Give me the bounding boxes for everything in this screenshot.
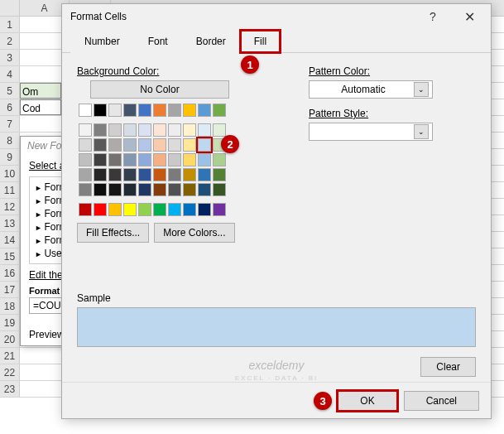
clear-button[interactable]: Clear: [420, 357, 476, 377]
color-swatch[interactable]: [168, 203, 181, 216]
color-swatch[interactable]: [168, 138, 181, 152]
color-swatch[interactable]: [108, 168, 122, 181]
row-header[interactable]: 18: [0, 298, 20, 314]
color-swatch[interactable]: [79, 123, 92, 137]
color-swatch[interactable]: [108, 123, 122, 137]
color-swatch[interactable]: [94, 104, 107, 117]
close-button[interactable]: ✕: [451, 5, 487, 28]
color-swatch[interactable]: [123, 153, 137, 166]
color-swatch[interactable]: [138, 138, 151, 152]
tab-border[interactable]: Border: [182, 30, 240, 53]
color-swatch[interactable]: [153, 203, 166, 216]
row-header[interactable]: 20: [0, 331, 20, 347]
tab-font[interactable]: Font: [134, 30, 182, 53]
row-header[interactable]: 4: [0, 66, 20, 82]
row-header[interactable]: 17: [0, 282, 20, 297]
pattern-color-combo[interactable]: Automatic ⌄: [309, 80, 433, 99]
chevron-down-icon[interactable]: ⌄: [414, 82, 429, 97]
color-swatch[interactable]: [94, 123, 107, 137]
help-button[interactable]: ?: [415, 5, 451, 28]
select-all-corner[interactable]: [0, 0, 20, 16]
color-swatch[interactable]: [168, 183, 181, 196]
color-swatch[interactable]: [168, 168, 181, 181]
color-swatch[interactable]: [108, 153, 122, 166]
color-swatch[interactable]: [138, 153, 151, 166]
more-colors-button[interactable]: More Colors...: [154, 223, 234, 243]
color-swatch[interactable]: [108, 104, 122, 117]
color-swatch[interactable]: [213, 123, 226, 137]
row-header[interactable]: 21: [0, 348, 20, 364]
color-swatch[interactable]: [213, 153, 226, 166]
color-swatch[interactable]: [198, 168, 211, 181]
ok-button[interactable]: OK: [338, 391, 396, 411]
row-header[interactable]: 10: [0, 166, 20, 181]
color-swatch[interactable]: [183, 168, 196, 181]
tab-fill[interactable]: Fill: [240, 30, 281, 53]
cell-b6[interactable]: Cod: [20, 99, 61, 115]
color-swatch[interactable]: [198, 203, 211, 216]
color-swatch[interactable]: [123, 168, 137, 181]
color-swatch[interactable]: [168, 153, 181, 166]
pattern-style-combo[interactable]: ⌄: [309, 123, 433, 141]
color-swatch[interactable]: [213, 203, 226, 216]
row-header[interactable]: 1: [0, 17, 20, 32]
row-header[interactable]: 2: [0, 33, 20, 49]
color-swatch[interactable]: [153, 104, 166, 117]
row-header[interactable]: 9: [0, 149, 20, 165]
fill-effects-button[interactable]: Fill Effects...: [77, 223, 149, 243]
color-swatch[interactable]: [108, 138, 122, 152]
color-swatch[interactable]: [153, 183, 166, 196]
color-swatch[interactable]: [168, 104, 181, 117]
color-swatch[interactable]: [183, 138, 196, 152]
color-swatch[interactable]: [79, 168, 92, 181]
color-swatch[interactable]: [123, 123, 137, 137]
color-swatch[interactable]: [213, 168, 226, 181]
color-swatch[interactable]: [198, 183, 211, 196]
cancel-button[interactable]: Cancel: [404, 391, 479, 411]
color-swatch[interactable]: [153, 123, 166, 137]
row-header[interactable]: 16: [0, 265, 20, 281]
color-swatch[interactable]: [183, 123, 196, 137]
row-header[interactable]: 12: [0, 199, 20, 215]
color-swatch[interactable]: [79, 203, 92, 216]
row-header[interactable]: 6: [0, 99, 20, 115]
color-swatch[interactable]: [138, 168, 151, 181]
row-header[interactable]: 3: [0, 50, 20, 65]
color-swatch[interactable]: [153, 168, 166, 181]
color-swatch[interactable]: [79, 104, 92, 117]
color-swatch[interactable]: [123, 183, 137, 196]
row-header[interactable]: 22: [0, 364, 20, 380]
color-swatch[interactable]: [168, 123, 181, 137]
color-swatch[interactable]: [79, 183, 92, 196]
color-swatch[interactable]: [94, 168, 107, 181]
color-swatch[interactable]: [213, 104, 226, 117]
color-swatch[interactable]: [108, 183, 122, 196]
color-swatch[interactable]: [79, 138, 92, 152]
row-header[interactable]: 11: [0, 182, 20, 198]
row-header[interactable]: 5: [0, 83, 20, 99]
row-header[interactable]: 19: [0, 315, 20, 330]
color-swatch[interactable]: [79, 153, 92, 166]
color-swatch[interactable]: [123, 138, 137, 152]
color-swatch[interactable]: [94, 203, 107, 216]
color-swatch[interactable]: [183, 153, 196, 166]
row-header[interactable]: 14: [0, 232, 20, 248]
color-swatch[interactable]: [198, 123, 211, 137]
row-header[interactable]: 7: [0, 116, 20, 132]
cell-b5[interactable]: Om: [20, 83, 61, 99]
color-swatch[interactable]: [123, 104, 137, 117]
color-swatch[interactable]: [198, 153, 211, 166]
color-swatch[interactable]: [183, 183, 196, 196]
color-swatch[interactable]: [138, 104, 151, 117]
color-swatch[interactable]: [94, 153, 107, 166]
color-swatch[interactable]: [198, 138, 211, 152]
tab-number[interactable]: Number: [70, 30, 134, 53]
color-swatch[interactable]: [94, 138, 107, 152]
color-swatch[interactable]: [108, 203, 122, 216]
color-swatch[interactable]: [153, 153, 166, 166]
color-swatch[interactable]: [213, 183, 226, 196]
row-header[interactable]: 15: [0, 248, 20, 264]
color-swatch[interactable]: [123, 203, 137, 216]
color-swatch[interactable]: [138, 203, 151, 216]
row-header[interactable]: 23: [0, 381, 20, 397]
